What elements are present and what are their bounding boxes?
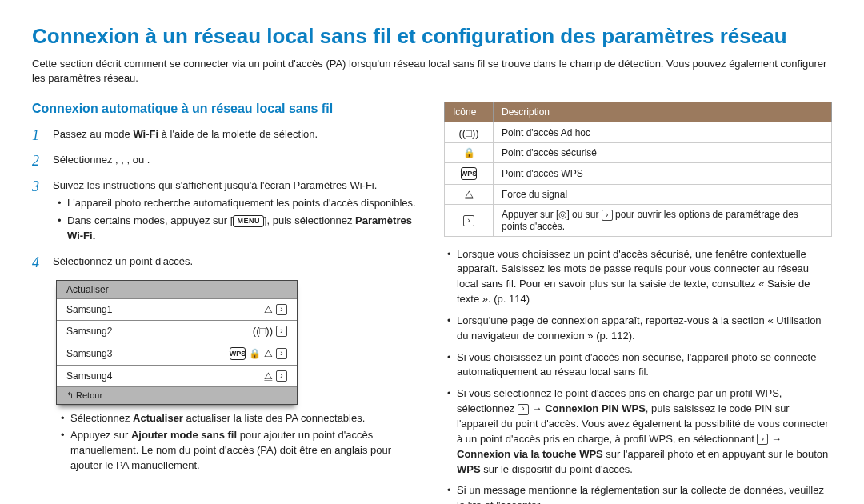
rb4-s3: WPS xyxy=(457,463,481,475)
rb4-post: sur l'appareil photo et en appuyant sur … xyxy=(603,448,828,460)
step1-post: à l'aide de la molette de sélection. xyxy=(158,128,318,140)
chevron-right-icon: › xyxy=(276,326,287,337)
step3-sublist: L'appareil photo recherche automatiqueme… xyxy=(53,196,420,244)
step-2: 2 Sélectionnez , , , ou . xyxy=(32,153,420,170)
after-b1: Sélectionnez Actualiser actualiser la li… xyxy=(70,411,420,426)
wps-icon: WPS xyxy=(230,347,246,360)
rb4: Si vous sélectionnez le point d'accès pr… xyxy=(457,386,832,477)
step3-main: Suivez les instructions qui s'affichent … xyxy=(53,179,377,191)
chevron-right-icon: › xyxy=(463,215,474,226)
r5-mid: ] ou sur xyxy=(566,209,601,220)
ap-row: Samsung1 ⧋ › xyxy=(57,298,297,320)
rb4-a1: → xyxy=(529,402,545,414)
step-number: 4 xyxy=(32,254,45,272)
r5-pre: Appuyer sur [ xyxy=(502,209,558,220)
table-row: ((□)) Point d'accès Ad hoc xyxy=(445,122,832,142)
step-number: 1 xyxy=(32,127,45,145)
chevron-right-icon: › xyxy=(602,210,613,221)
rb1: Lorsque vous choisissez un point d'accès… xyxy=(457,247,832,307)
ap-name: Samsung2 xyxy=(66,326,112,337)
ap-row: Samsung2 ((□)) › xyxy=(57,320,297,342)
step-number: 2 xyxy=(32,153,45,170)
step-4: 4 Sélectionnez un point d'accès. xyxy=(32,254,420,272)
rb4-s1: Connexion PIN WPS xyxy=(545,402,646,414)
th-icon: Icône xyxy=(445,102,494,122)
wifi-label: Wi-Fi xyxy=(133,128,158,140)
ap-row: Samsung3 WPS 🔒 ⧋ › xyxy=(57,342,297,365)
menu-badge: MENU xyxy=(233,215,264,227)
rb3: Si vous choisissez un point d'accès non … xyxy=(457,350,832,381)
ab2-pre: Appuyez sur xyxy=(70,429,131,441)
ap-icons: ((□)) › xyxy=(253,326,287,337)
cell-icon: WPS xyxy=(445,162,494,184)
step3-sub1: L'appareil photo recherche automatiqueme… xyxy=(67,196,420,211)
rb4-end: sur le dispositif du point d'accès. xyxy=(481,463,633,475)
ab1-strong: Actualiser xyxy=(133,412,183,424)
step-text: Suivez les instructions qui s'affichent … xyxy=(53,178,420,246)
cell-icon: › xyxy=(445,204,494,236)
after-b2: Appuyez sur Ajouter mode sans fil pour a… xyxy=(70,428,420,474)
signal-icon: ⧋ xyxy=(465,189,474,200)
cell-desc: Point d'accès WPS xyxy=(494,162,832,184)
cell-desc: Appuyer sur [◎] ou sur › pour ouvrir les… xyxy=(494,204,832,236)
step1-pre: Passez au mode xyxy=(53,128,133,140)
ap-icons: ⧋ › xyxy=(264,370,287,382)
table-row: ⧋ Force du signal xyxy=(445,184,832,204)
adhoc-icon: ((□)) xyxy=(253,326,273,336)
chevron-right-icon: › xyxy=(276,370,287,382)
ap-name: Samsung1 xyxy=(66,304,112,315)
left-column: Connexion automatique à un réseau local … xyxy=(32,102,420,504)
step3-sub2: Dans certains modes, appuyez sur [MENU],… xyxy=(67,214,420,244)
ab1-post: actualiser la liste des PA connectables. xyxy=(183,412,365,424)
ap-list-screenshot: Actualiser Samsung1 ⧋ › Samsung2 ((□)) ›… xyxy=(56,280,298,405)
step-text: Sélectionnez , , , ou . xyxy=(53,153,150,170)
table-row: › Appuyer sur [◎] ou sur › pour ouvrir l… xyxy=(445,204,832,236)
right-column: Icône Description ((□)) Point d'accès Ad… xyxy=(444,102,832,504)
step-1: 1 Passez au mode Wi-Fi à l'aide de la mo… xyxy=(32,127,420,145)
section-heading: Connexion automatique à un réseau local … xyxy=(32,102,420,116)
wps-icon: WPS xyxy=(461,167,477,180)
rb2: Lorsqu'une page de connexion apparaît, r… xyxy=(457,314,832,344)
ab1-pre: Sélectionnez xyxy=(70,412,133,424)
th-desc: Description xyxy=(494,102,832,122)
cell-desc: Point d'accès Ad hoc xyxy=(494,122,832,142)
screenshot-back: ↰ Retour xyxy=(57,386,297,404)
cell-icon: ⧋ xyxy=(445,184,494,204)
ap-name: Samsung3 xyxy=(66,348,112,359)
ap-name: Samsung4 xyxy=(66,370,112,382)
screenshot-refresh: Actualiser xyxy=(57,281,297,298)
table-row: 🔒 Point d'accès sécurisé xyxy=(445,142,832,162)
table-row: WPS Point d'accès WPS xyxy=(445,162,832,184)
lock-icon: 🔒 xyxy=(249,348,261,359)
rb4-a2: → xyxy=(768,433,782,445)
step-3: 3 Suivez les instructions qui s'affichen… xyxy=(32,178,420,246)
intro-text: Cette section décrit comment se connecte… xyxy=(32,57,832,86)
ap-row: Samsung4 ⧋ › xyxy=(57,365,297,386)
cell-icon: ((□)) xyxy=(445,122,494,142)
chevron-right-icon: › xyxy=(757,434,768,445)
ap-icons: WPS 🔒 ⧋ › xyxy=(230,347,287,360)
s3b2-mid: ], puis sélectionnez xyxy=(264,214,355,226)
ab2-strong: Ajouter mode sans fil xyxy=(131,429,237,441)
chevron-right-icon: › xyxy=(276,348,287,359)
options-icon: ◎ xyxy=(558,209,566,220)
table-header-row: Icône Description xyxy=(445,102,832,122)
step-text: Passez au mode Wi-Fi à l'aide de la mole… xyxy=(53,127,318,145)
rb5: Si un message mentionne la réglementatio… xyxy=(457,483,832,504)
s3b2-pre: Dans certains modes, appuyez sur [ xyxy=(67,214,233,226)
cell-desc: Force du signal xyxy=(494,184,832,204)
ap-icons: ⧋ › xyxy=(264,304,287,315)
page-title: Connexion à un réseau local sans fil et … xyxy=(32,24,832,49)
after-screenshot-bullets: Sélectionnez Actualiser actualiser la li… xyxy=(56,411,420,474)
cell-icon: 🔒 xyxy=(445,142,494,162)
step-text: Sélectionnez un point d'accès. xyxy=(53,254,193,272)
rb4-s2: Connexion via la touche WPS xyxy=(457,448,603,460)
signal-icon: ⧋ xyxy=(264,370,273,382)
icon-table: Icône Description ((□)) Point d'accès Ad… xyxy=(444,102,832,236)
chevron-right-icon: › xyxy=(276,304,287,315)
chevron-right-icon: › xyxy=(518,404,529,415)
right-bullets: Lorsque vous choisissez un point d'accès… xyxy=(444,247,832,504)
cell-desc: Point d'accès sécurisé xyxy=(494,142,832,162)
step-number: 3 xyxy=(32,178,45,246)
lock-icon: 🔒 xyxy=(463,147,475,158)
